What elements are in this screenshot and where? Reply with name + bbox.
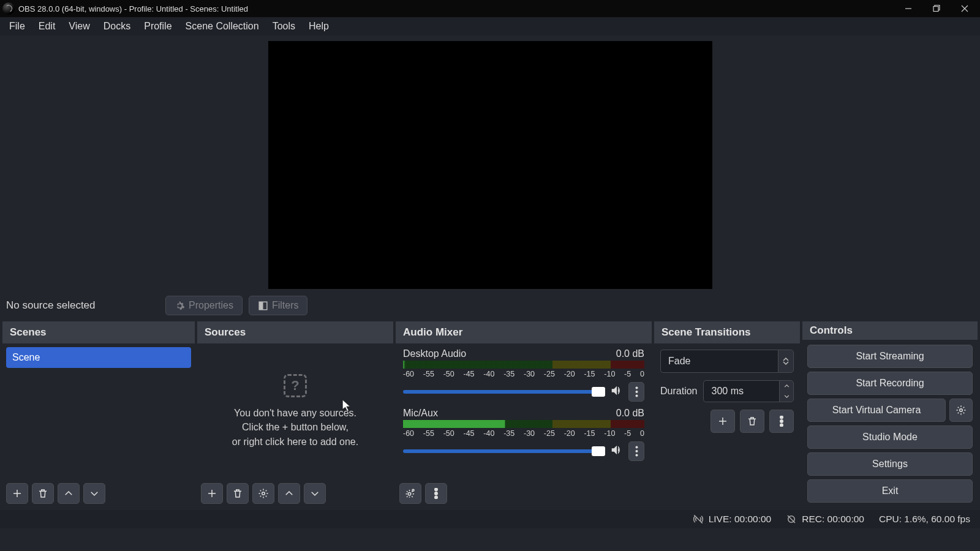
preview-area <box>0 36 980 292</box>
chevron-up-icon <box>63 488 74 499</box>
start-recording-button[interactable]: Start Recording <box>807 372 973 395</box>
gear-icon <box>175 301 185 311</box>
mute-button[interactable] <box>610 384 624 400</box>
svg-point-4 <box>635 387 638 389</box>
menu-file[interactable]: File <box>2 18 32 34</box>
vu-meter <box>403 420 644 428</box>
sources-empty-state[interactable]: ? You don't have any sources. Click the … <box>201 347 390 476</box>
kebab-icon <box>776 416 787 427</box>
gear-icon <box>956 405 967 416</box>
svg-point-17 <box>780 424 783 427</box>
menu-docks[interactable]: Docks <box>97 18 137 34</box>
kebab-icon <box>431 488 442 499</box>
select-handle-icon <box>778 350 794 373</box>
scenes-panel-title: Scenes <box>2 321 195 343</box>
statusbar: LIVE: 00:00:00 REC: 00:00:00 CPU: 1.6%, … <box>0 510 980 528</box>
svg-point-5 <box>635 391 638 393</box>
window-close-button[interactable] <box>951 0 979 17</box>
kebab-icon <box>635 386 638 397</box>
virtual-camera-settings-button[interactable] <box>949 399 973 422</box>
channel-options-button[interactable] <box>628 441 644 461</box>
svg-rect-2 <box>259 302 263 310</box>
mixer-channel-mic: Mic/Aux0.0 dB -60-55-50-45-40-35-30-25-2… <box>399 407 648 466</box>
transition-options-button[interactable] <box>769 410 794 433</box>
volume-slider[interactable] <box>403 390 605 394</box>
controls-panel: Controls Start Streaming Start Recording… <box>802 321 978 508</box>
status-cpu: CPU: 1.6%, 60.00 fps <box>879 514 970 525</box>
source-move-down-button[interactable] <box>304 483 326 504</box>
studio-mode-button[interactable]: Studio Mode <box>807 425 973 449</box>
kebab-icon <box>635 446 638 457</box>
question-placeholder-icon: ? <box>284 374 307 397</box>
record-off-icon <box>786 514 797 525</box>
meter-ticks: -60-55-50-45-40-35-30-25-20-15-10-50 <box>403 429 644 438</box>
channel-name: Mic/Aux <box>403 408 438 419</box>
scene-move-down-button[interactable] <box>83 483 105 504</box>
svg-point-6 <box>635 395 638 397</box>
settings-button[interactable]: Settings <box>807 452 973 476</box>
selected-source-label: No source selected <box>6 299 159 312</box>
filters-button[interactable]: Filters <box>249 296 308 315</box>
plus-icon <box>206 488 217 499</box>
filters-icon <box>258 301 268 311</box>
scene-remove-button[interactable] <box>32 483 54 504</box>
spinner-down-icon[interactable] <box>780 391 793 402</box>
window-title: OBS 28.0.0 (64-bit, windows) - Profile: … <box>18 4 894 13</box>
trash-icon <box>232 488 243 499</box>
start-streaming-button[interactable]: Start Streaming <box>807 345 973 368</box>
menu-edit[interactable]: Edit <box>32 18 62 34</box>
channel-name: Desktop Audio <box>403 348 466 359</box>
mixer-channel-desktop: Desktop Audio0.0 dB -60-55-50-45-40-35-3… <box>399 347 648 407</box>
mixer-options-button[interactable] <box>425 483 447 504</box>
chevron-up-icon <box>284 488 295 499</box>
menu-help[interactable]: Help <box>302 18 336 34</box>
svg-point-15 <box>780 416 783 419</box>
meter-ticks: -60-55-50-45-40-35-30-25-20-15-10-50 <box>403 370 644 378</box>
start-virtual-camera-button[interactable]: Start Virtual Camera <box>807 399 946 422</box>
window-maximize-button[interactable] <box>922 0 951 17</box>
mixer-advanced-button[interactable] <box>399 483 421 504</box>
status-live: LIVE: 00:00:00 <box>693 514 772 525</box>
scene-move-up-button[interactable] <box>58 483 80 504</box>
duration-label: Duration <box>660 386 697 397</box>
scene-item[interactable]: Scene <box>6 347 191 368</box>
sources-panel: Sources ? You don't have any sources. Cl… <box>197 321 393 508</box>
source-properties-button[interactable] <box>252 483 274 504</box>
exit-button[interactable]: Exit <box>807 479 973 503</box>
spinner-up-icon[interactable] <box>780 381 793 391</box>
chevron-down-icon <box>89 488 100 499</box>
transition-add-button[interactable] <box>710 410 735 433</box>
mute-button[interactable] <box>610 443 624 459</box>
broadcast-off-icon <box>693 514 704 525</box>
svg-point-3 <box>262 492 265 495</box>
plus-icon <box>717 416 728 427</box>
svg-point-14 <box>435 497 437 499</box>
svg-point-11 <box>412 489 414 491</box>
gear-icon <box>405 488 416 499</box>
menu-scene-collection[interactable]: Scene Collection <box>179 18 266 34</box>
svg-point-10 <box>408 493 411 496</box>
sources-panel-title: Sources <box>197 321 393 343</box>
audio-mixer-panel: Audio Mixer Desktop Audio0.0 dB -60-55-5… <box>396 321 652 508</box>
transition-remove-button[interactable] <box>740 410 764 433</box>
source-move-up-button[interactable] <box>278 483 300 504</box>
duration-spinner[interactable]: 300 ms <box>703 380 794 402</box>
menu-view[interactable]: View <box>62 18 96 34</box>
app-logo-icon <box>2 2 15 15</box>
volume-slider[interactable] <box>403 449 605 453</box>
transition-type-select[interactable]: Fade <box>660 350 794 373</box>
source-infobar: No source selected Properties Filters <box>0 292 980 319</box>
controls-panel-title: Controls <box>802 321 978 340</box>
window-minimize-button[interactable] <box>894 0 922 17</box>
mouse-cursor-icon <box>342 399 353 416</box>
svg-point-7 <box>635 446 638 449</box>
source-remove-button[interactable] <box>227 483 249 504</box>
properties-button[interactable]: Properties <box>165 296 243 315</box>
menu-tools[interactable]: Tools <box>266 18 302 34</box>
transitions-panel-title: Scene Transitions <box>654 321 800 343</box>
channel-options-button[interactable] <box>628 382 644 402</box>
preview-canvas[interactable] <box>268 41 712 289</box>
menu-profile[interactable]: Profile <box>137 18 178 34</box>
scene-add-button[interactable] <box>6 483 28 504</box>
source-add-button[interactable] <box>201 483 223 504</box>
